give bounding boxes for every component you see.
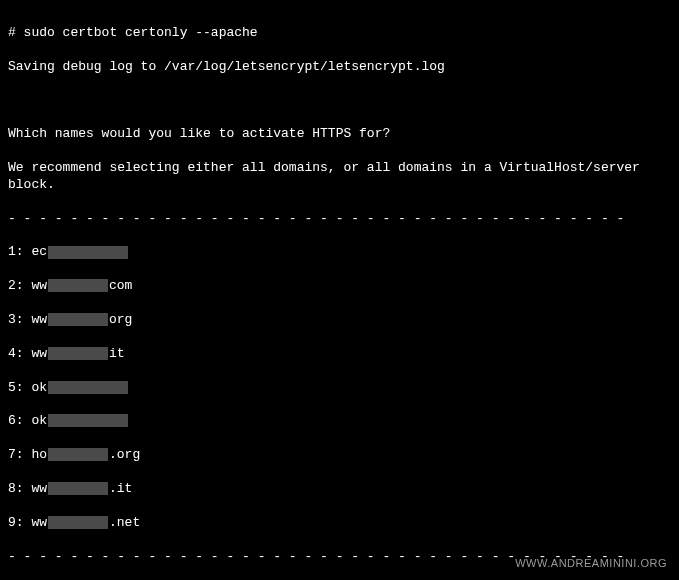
domain-5: 5: ok bbox=[8, 380, 671, 397]
domain-2: 2: wwcom bbox=[8, 278, 671, 295]
blank bbox=[8, 92, 671, 109]
domain-4: 4: wwit bbox=[8, 346, 671, 363]
redacted-block bbox=[48, 347, 108, 360]
redacted-block bbox=[48, 381, 128, 394]
redacted-block bbox=[48, 313, 108, 326]
redacted-block bbox=[48, 279, 108, 292]
redacted-block bbox=[48, 448, 108, 461]
log-line: Saving debug log to /var/log/letsencrypt… bbox=[8, 59, 671, 76]
dashes-line: - - - - - - - - - - - - - - - - - - - - … bbox=[8, 211, 671, 228]
redacted-block bbox=[48, 516, 108, 529]
terminal-output: # sudo certbot certonly --apache Saving … bbox=[8, 8, 671, 580]
domain-3: 3: wworg bbox=[8, 312, 671, 329]
domain-8: 8: ww.it bbox=[8, 481, 671, 498]
recommend-line: We recommend selecting either all domain… bbox=[8, 160, 671, 194]
command-line: # sudo certbot certonly --apache bbox=[8, 25, 671, 42]
redacted-block bbox=[48, 482, 108, 495]
question-line: Which names would you like to activate H… bbox=[8, 126, 671, 143]
domain-6: 6: ok bbox=[8, 413, 671, 430]
redacted-block bbox=[48, 414, 128, 427]
redacted-block bbox=[48, 246, 128, 259]
domain-7: 7: ho.org bbox=[8, 447, 671, 464]
domain-9: 9: ww.net bbox=[8, 515, 671, 532]
watermark: WWW.ANDREAMININI.ORG bbox=[515, 556, 667, 570]
domain-1: 1: ec bbox=[8, 244, 671, 261]
